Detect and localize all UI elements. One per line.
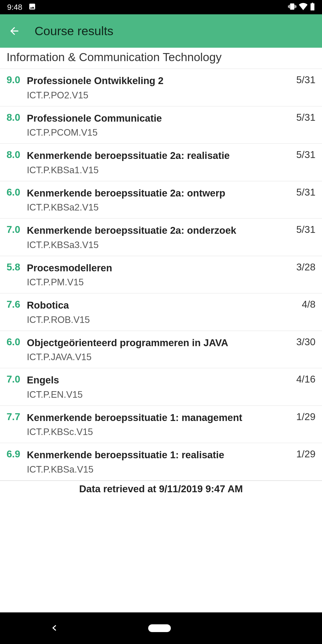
course-grade: 9.0 [7,74,27,86]
course-name: Kenmerkende beroepssituatie 1: realisati… [27,448,292,462]
main-content: Information & Communication Technology 9… [0,48,322,612]
course-grade: 7.7 [7,411,27,422]
page-title: Course results [35,24,113,38]
course-list[interactable]: 9.0 Professionele Ontwikkeling 2 ICT.P.P… [0,69,322,481]
vibrate-icon [288,2,296,12]
course-grade: 5.8 [7,261,27,273]
course-grade: 6.0 [7,336,27,348]
course-name: Kenmerkende beroepssituatie 1: managemen… [27,411,292,425]
course-name: Procesmodelleren [27,261,292,275]
image-icon [28,3,36,12]
course-item[interactable]: 8.0 Kenmerkende beroepssituatie 2a: real… [0,144,322,181]
status-time: 9:48 [7,3,22,12]
battery-icon [310,3,315,12]
course-code: ICT.P.PO2.V15 [27,90,292,101]
nav-back-button[interactable] [51,622,58,634]
course-item[interactable]: 6.0 Kenmerkende beroepssituatie 2a: ontw… [0,181,322,219]
course-date: 3/28 [296,261,315,273]
course-name: Professionele Ontwikkeling 2 [27,74,292,88]
course-date: 5/31 [296,187,315,198]
course-item[interactable]: 7.7 Kenmerkende beroepssituatie 1: manag… [0,406,322,443]
course-code: ICT.P.KBSa2.V15 [27,202,292,213]
course-code: ICT.P.KBSa3.V15 [27,240,292,250]
course-name: Kenmerkende beroepssituatie 2a: ontwerp [27,187,292,200]
course-name: Robotica [27,299,297,312]
course-date: 5/31 [296,149,315,160]
course-date: 4/8 [302,299,315,310]
course-code: ICT.P.KBSa1.V15 [27,165,292,176]
course-item[interactable]: 6.0 Objectgeörienteerd programmeren in J… [0,331,322,369]
course-item[interactable]: 8.0 Professionele Communicatie ICT.P.PCO… [0,106,322,144]
course-date: 5/31 [296,224,315,235]
navigation-bar [0,612,322,644]
course-name: Objectgeörienteerd programmeren in JAVA [27,336,292,350]
course-date: 1/29 [296,411,315,422]
course-code: ICT.P.KBSc.V15 [27,427,292,437]
course-item[interactable]: 9.0 Professionele Ontwikkeling 2 ICT.P.P… [0,69,322,106]
course-name: Kenmerkende beroepssituatie 2a: realisat… [27,149,292,162]
course-grade: 7.0 [7,224,27,235]
course-code: ICT.P.EN.V15 [27,389,292,400]
wifi-icon [299,3,308,11]
course-code: ICT.P.PCOM.V15 [27,127,292,138]
course-item[interactable]: 7.0 Engels ICT.P.EN.V15 4/16 [0,368,322,406]
course-item[interactable]: 7.0 Kenmerkende beroepssituatie 2a: onde… [0,219,322,256]
course-item[interactable]: 5.8 Procesmodelleren ICT.P.PM.V15 3/28 [0,256,322,294]
course-date: 3/30 [296,336,315,348]
course-code: ICT.P.ROB.V15 [27,315,297,325]
course-name: Engels [27,374,292,387]
course-code: ICT.P.PM.V15 [27,277,292,288]
course-item[interactable]: 7.6 Robotica ICT.P.ROB.V15 4/8 [0,293,322,331]
course-item[interactable]: 6.9 Kenmerkende beroepssituatie 1: reali… [0,443,322,481]
course-grade: 6.0 [7,187,27,198]
course-date: 1/29 [296,448,315,460]
nav-home-button[interactable] [148,624,171,632]
course-name: Professionele Communicatie [27,112,292,125]
status-bar: 9:48 [0,0,322,14]
course-grade: 7.0 [7,374,27,385]
course-name: Kenmerkende beroepssituatie 2a: onderzoe… [27,224,292,237]
course-code: ICT.P.JAVA.V15 [27,352,292,363]
course-grade: 8.0 [7,112,27,123]
course-grade: 8.0 [7,149,27,160]
section-header: Information & Communication Technology [0,48,322,69]
course-grade: 7.6 [7,299,27,310]
footer-timestamp: Data retrieved at 9/11/2019 9:47 AM [0,481,322,498]
course-grade: 6.9 [7,448,27,460]
course-date: 4/16 [296,374,315,385]
app-bar: Course results [0,14,322,48]
course-date: 5/31 [296,112,315,123]
course-date: 5/31 [296,74,315,86]
back-button[interactable] [7,24,21,38]
course-code: ICT.P.KBSa.V15 [27,464,292,475]
